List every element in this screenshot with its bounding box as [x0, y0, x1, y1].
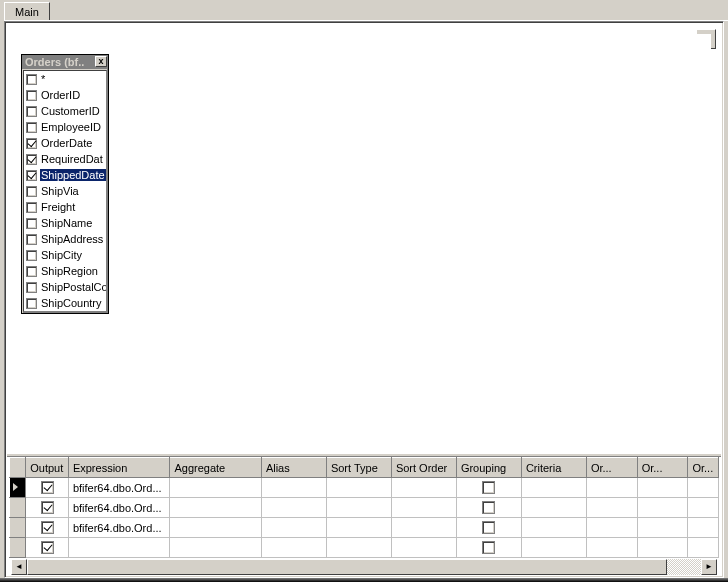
- scroll-right-icon[interactable]: ►: [701, 559, 717, 575]
- column-header-criteria[interactable]: Criteria: [521, 458, 586, 478]
- cell-alias[interactable]: [261, 498, 326, 518]
- table-window-orders[interactable]: Orders (bf.. x *OrderIDCustomerIDEmploye…: [21, 54, 109, 314]
- cell-grouping[interactable]: [456, 498, 521, 518]
- column-header-grouping[interactable]: Grouping: [456, 458, 521, 478]
- cell-or3[interactable]: [688, 538, 719, 558]
- grid-row[interactable]: bfifer64.dbo.Ord...: [10, 498, 719, 518]
- field-row[interactable]: ShipName: [24, 215, 106, 231]
- cell-output[interactable]: [26, 498, 69, 518]
- cell-output[interactable]: [26, 518, 69, 538]
- diagram-pane[interactable]: Orders (bf.. x *OrderIDCustomerIDEmploye…: [17, 34, 711, 523]
- cell-aggregate[interactable]: [170, 518, 261, 538]
- grid-row[interactable]: bfifer64.dbo.Ord...: [10, 478, 719, 498]
- grid-corner[interactable]: [10, 458, 26, 478]
- cell-or1[interactable]: [586, 478, 637, 498]
- cell-criteria[interactable]: [521, 538, 586, 558]
- field-checkbox[interactable]: [26, 170, 37, 181]
- cell-expression[interactable]: bfifer64.dbo.Ord...: [68, 498, 170, 518]
- cell-or1[interactable]: [586, 498, 637, 518]
- column-header-sort_type[interactable]: Sort Type: [326, 458, 391, 478]
- column-header-or1[interactable]: Or...: [586, 458, 637, 478]
- row-header[interactable]: [10, 518, 26, 538]
- column-header-or3[interactable]: Or...: [688, 458, 719, 478]
- grouping-checkbox[interactable]: [482, 541, 495, 554]
- cell-or2[interactable]: [637, 518, 688, 538]
- field-checkbox[interactable]: [26, 298, 37, 309]
- field-row[interactable]: ShippedDate: [24, 167, 106, 183]
- field-checkbox[interactable]: [26, 90, 37, 101]
- cell-or2[interactable]: [637, 498, 688, 518]
- cell-criteria[interactable]: [521, 518, 586, 538]
- field-row[interactable]: ShipCity: [24, 247, 106, 263]
- grouping-checkbox[interactable]: [482, 501, 495, 514]
- output-checkbox[interactable]: [41, 521, 54, 534]
- cell-criteria[interactable]: [521, 498, 586, 518]
- cell-or1[interactable]: [586, 518, 637, 538]
- output-checkbox[interactable]: [41, 481, 54, 494]
- cell-sort_type[interactable]: [326, 538, 391, 558]
- field-checkbox[interactable]: [26, 266, 37, 277]
- field-row[interactable]: RequiredDat: [24, 151, 106, 167]
- output-checkbox[interactable]: [41, 541, 54, 554]
- cell-aggregate[interactable]: [170, 538, 261, 558]
- cell-output[interactable]: [26, 538, 69, 558]
- cell-sort_order[interactable]: [391, 478, 456, 498]
- field-row[interactable]: CustomerID: [24, 103, 106, 119]
- cell-aggregate[interactable]: [170, 478, 261, 498]
- field-checkbox[interactable]: [26, 250, 37, 261]
- cell-alias[interactable]: [261, 538, 326, 558]
- cell-or1[interactable]: [586, 538, 637, 558]
- cell-grouping[interactable]: [456, 538, 521, 558]
- cell-grouping[interactable]: [456, 518, 521, 538]
- field-checkbox[interactable]: [26, 138, 37, 149]
- cell-sort_type[interactable]: [326, 518, 391, 538]
- field-checkbox[interactable]: [26, 218, 37, 229]
- field-row[interactable]: *: [24, 71, 106, 87]
- column-header-alias[interactable]: Alias: [261, 458, 326, 478]
- column-header-sort_order[interactable]: Sort Order: [391, 458, 456, 478]
- cell-or2[interactable]: [637, 478, 688, 498]
- cell-sort_order[interactable]: [391, 518, 456, 538]
- field-checkbox[interactable]: [26, 74, 37, 85]
- row-header[interactable]: [10, 538, 26, 558]
- field-row[interactable]: ShipAddress: [24, 231, 106, 247]
- cell-alias[interactable]: [261, 478, 326, 498]
- scroll-track[interactable]: [27, 559, 701, 575]
- cell-criteria[interactable]: [521, 478, 586, 498]
- tab-main[interactable]: Main: [4, 2, 50, 21]
- cell-sort_type[interactable]: [326, 498, 391, 518]
- table-window-titlebar[interactable]: Orders (bf.. x: [22, 55, 108, 69]
- row-header[interactable]: [10, 498, 26, 518]
- cell-or3[interactable]: [688, 478, 719, 498]
- grid-row[interactable]: [10, 538, 719, 558]
- grouping-checkbox[interactable]: [482, 521, 495, 534]
- criteria-grid[interactable]: OutputExpressionAggregateAliasSort TypeS…: [9, 457, 719, 558]
- grid-row[interactable]: bfifer64.dbo.Ord...: [10, 518, 719, 538]
- close-icon[interactable]: x: [95, 56, 107, 67]
- column-header-expression[interactable]: Expression: [68, 458, 170, 478]
- field-checkbox[interactable]: [26, 106, 37, 117]
- field-checkbox[interactable]: [26, 202, 37, 213]
- column-header-output[interactable]: Output: [26, 458, 69, 478]
- output-checkbox[interactable]: [41, 501, 54, 514]
- cell-sort_order[interactable]: [391, 498, 456, 518]
- scroll-left-icon[interactable]: ◄: [11, 559, 27, 575]
- field-checkbox[interactable]: [26, 186, 37, 197]
- cell-grouping[interactable]: [456, 478, 521, 498]
- field-row[interactable]: ShipRegion: [24, 263, 106, 279]
- field-checkbox[interactable]: [26, 234, 37, 245]
- cell-expression[interactable]: [68, 538, 170, 558]
- cell-or3[interactable]: [688, 498, 719, 518]
- column-header-or2[interactable]: Or...: [637, 458, 688, 478]
- horizontal-scrollbar[interactable]: ◄ ►: [11, 559, 717, 575]
- scroll-thumb[interactable]: [27, 559, 667, 575]
- grouping-checkbox[interactable]: [482, 481, 495, 494]
- cell-or3[interactable]: [688, 518, 719, 538]
- field-checkbox[interactable]: [26, 154, 37, 165]
- field-row[interactable]: ShipCountry: [24, 295, 106, 311]
- cell-alias[interactable]: [261, 518, 326, 538]
- cell-expression[interactable]: bfifer64.dbo.Ord...: [68, 478, 170, 498]
- field-row[interactable]: ShipPostalCo: [24, 279, 106, 295]
- cell-or2[interactable]: [637, 538, 688, 558]
- field-row[interactable]: OrderDate: [24, 135, 106, 151]
